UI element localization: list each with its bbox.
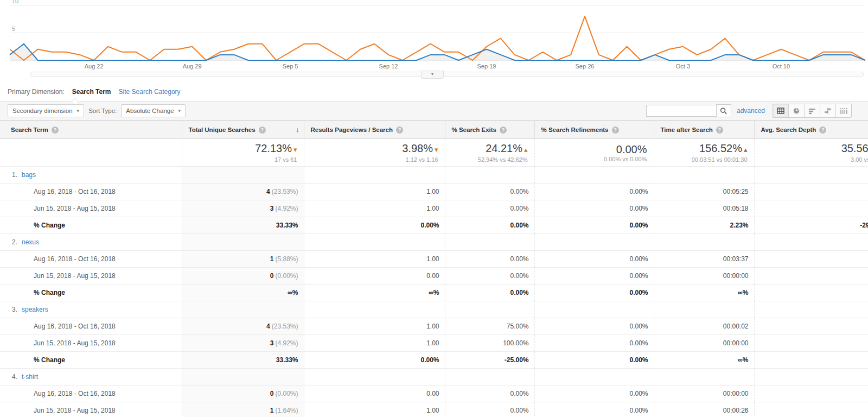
column-header-results-pageviews-search[interactable]: Results Pageviews / Search?: [304, 121, 445, 139]
column-header-search-term[interactable]: Search Term?: [0, 121, 182, 139]
chart-timeline-bar[interactable]: [30, 72, 864, 77]
x-axis-tick-label: Aug 22: [85, 63, 104, 70]
primary-dimension-bar: Primary Dimension: Search Term Site Sear…: [8, 86, 868, 98]
metric-cell: 0.00%: [445, 402, 534, 417]
metric-cell: 0.00: [754, 335, 868, 352]
arrow-up-icon: ▴: [744, 146, 748, 154]
date-range-label: Jun 15, 2018 - Aug 15, 2018: [34, 205, 116, 212]
date-range-row: Jun 15, 2018 - Aug 15, 20183(4.92%)1.001…: [0, 335, 868, 352]
chart-collapse-tab[interactable]: ▾: [421, 71, 444, 79]
arrow-down-icon: ▾: [435, 146, 438, 154]
advanced-search-link[interactable]: advanced: [737, 107, 765, 115]
help-icon[interactable]: ?: [716, 127, 723, 134]
sort-type-label: Sort Type:: [88, 108, 117, 114]
total-unique-searches-cell: 33.33%: [182, 217, 304, 234]
secondary-dimension-dropdown[interactable]: Secondary dimension ▾: [8, 104, 84, 117]
sort-descending-icon[interactable]: ↓: [296, 125, 299, 134]
view-button-pivot[interactable]: [835, 104, 851, 117]
empty-cell: [534, 167, 654, 184]
total-unique-searches-cell: 4(23.53%): [182, 318, 304, 335]
metric-cell: 0.00%: [534, 184, 654, 200]
metric-cell: ∞%: [654, 352, 754, 369]
metric-cell: 1.00: [754, 402, 868, 417]
metric-cell: 0.00: [754, 386, 868, 402]
metric-cell: -29.55%: [754, 217, 868, 234]
search-term-link[interactable]: nexus: [22, 238, 39, 246]
empty-cell: [304, 301, 445, 318]
metric-cell: ∞%: [754, 352, 868, 369]
sort-type-dropdown[interactable]: Absolute Change ▾: [121, 104, 186, 117]
column-header--search-refinements[interactable]: % Search Refinements?: [534, 121, 654, 139]
metric-cell: 0.00%: [445, 217, 534, 234]
search-term-link[interactable]: t-shirt: [22, 373, 38, 381]
metric-cell: 00:05:25: [654, 184, 754, 200]
percent-of-total: (4.92%): [275, 205, 298, 212]
empty-cell: [182, 301, 304, 318]
column-label: Time after Search: [661, 127, 713, 133]
metric-cell: -25.00%: [445, 352, 534, 369]
primary-dimension-search-term[interactable]: Search Term: [72, 88, 111, 96]
metric-cell: 0.00%: [534, 268, 654, 285]
summary-metric: 3.98%▾1.12 vs 1.16: [304, 139, 445, 167]
percent-of-total: (1.64%): [275, 407, 298, 414]
metric-cell: 0.00%: [534, 217, 654, 234]
search-term-row: 4.t-shirt: [0, 369, 868, 386]
help-icon[interactable]: ?: [612, 127, 619, 134]
search-term-link[interactable]: speakers: [22, 306, 48, 313]
column-header-avg-search-depth[interactable]: Avg. Search Depth?: [754, 121, 868, 139]
summary-comparison: 1.12 vs 1.16: [304, 156, 438, 163]
column-label: Avg. Search Depth: [761, 127, 816, 133]
date-range-row: Aug 16, 2018 - Oct 16, 20180(0.00%)0.000…: [0, 386, 868, 402]
help-icon[interactable]: ?: [500, 127, 507, 134]
view-button-data-table[interactable]: [773, 104, 788, 117]
help-icon[interactable]: ?: [819, 127, 826, 134]
column-header-time-after-search[interactable]: Time after Search?: [654, 121, 754, 139]
row-index: 3.: [12, 306, 22, 313]
view-button-percentage[interactable]: [788, 104, 804, 117]
empty-cell: [182, 369, 304, 386]
row-index: 1.: [12, 171, 22, 179]
table-search-input[interactable]: [646, 105, 716, 117]
total-unique-searches-cell: 4(23.53%): [182, 184, 304, 200]
column-header--search-exits[interactable]: % Search Exits?: [445, 121, 534, 139]
view-button-comparison[interactable]: [820, 104, 835, 117]
help-icon[interactable]: ?: [259, 127, 266, 134]
help-icon[interactable]: ?: [52, 127, 59, 134]
total-unique-searches-cell: 0(0.00%): [182, 268, 304, 285]
metric-cell: 0.00%: [304, 217, 445, 234]
column-label: % Search Refinements: [541, 127, 609, 133]
metric-cell: 7.75: [754, 184, 868, 200]
date-range-label: Jun 15, 2018 - Aug 15, 2018: [34, 339, 116, 347]
empty-cell: [182, 234, 304, 251]
column-label: Search Term: [11, 127, 48, 133]
date-range-row: Jun 15, 2018 - Aug 15, 20180(0.00%)0.000…: [0, 268, 868, 285]
view-button-performance[interactable]: [804, 104, 820, 117]
metric-cell: 0.00%: [445, 386, 534, 402]
metric-cell: 2.23%: [654, 217, 754, 234]
metric-cell: 00:05:18: [654, 200, 754, 217]
percent-of-total: (23.53%): [272, 188, 298, 195]
empty-cell: [304, 369, 445, 386]
column-header-total-unique-searches[interactable]: Total Unique Searches?↓: [182, 121, 304, 139]
view-selector-group: [773, 104, 852, 118]
metric-cell: 00:00:26: [654, 402, 754, 417]
metric-cell: 1.00: [304, 251, 445, 268]
metric-cell: 0.00%: [534, 285, 654, 301]
x-axis-tick-label: Sep 19: [477, 63, 496, 70]
percent-of-total: (0.00%): [275, 272, 298, 280]
y-axis-tick-label: 10: [12, 0, 18, 4]
primary-dimension-site-search-category-link[interactable]: Site Search Category: [119, 88, 181, 96]
metric-cell: 0.00%: [445, 268, 534, 285]
metric-cell: 00:00:02: [654, 318, 754, 335]
empty-cell: [534, 301, 654, 318]
search-term-link[interactable]: bags: [22, 171, 36, 179]
x-axis-tick-label: Aug 29: [183, 63, 202, 70]
help-icon[interactable]: ?: [396, 127, 403, 134]
summary-metric: 72.13%▾17 vs 61: [182, 139, 304, 167]
summary-metric: 24.21%▴52.94% vs 42.62%: [445, 139, 534, 167]
empty-cell: [654, 234, 754, 251]
summary-comparison: 0.00% vs 0.00%: [535, 156, 647, 162]
empty-cell: [534, 369, 654, 386]
search-button[interactable]: [716, 104, 731, 117]
total-unique-searches-cell: 33.33%: [182, 352, 304, 369]
